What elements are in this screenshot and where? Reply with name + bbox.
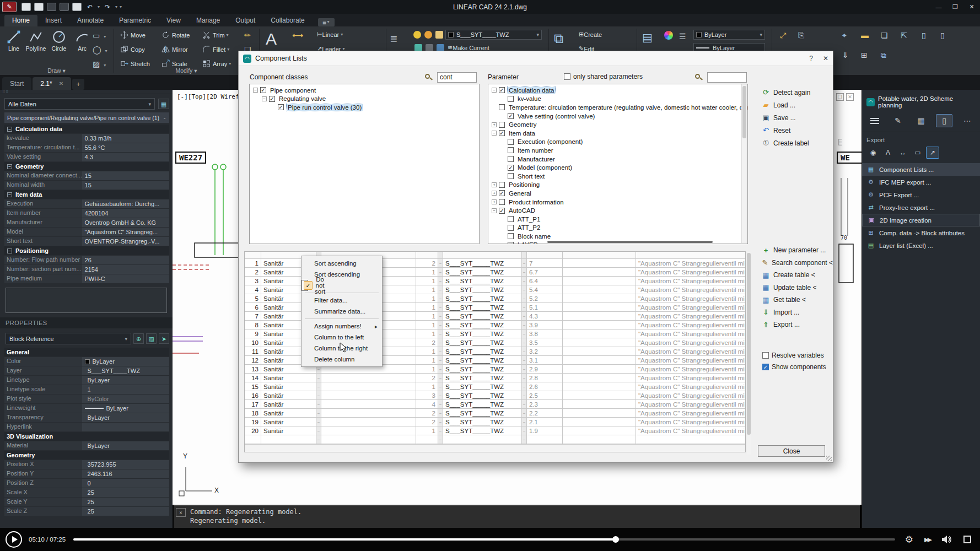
property-row[interactable]: Nominal diameter connect... 15: [4, 171, 169, 180]
property-row[interactable]: Valve setting 4.3: [4, 153, 169, 161]
close-window-button[interactable]: ✕: [963, 0, 980, 14]
data-filter-dropdown[interactable]: Alle Daten▾: [4, 98, 155, 110]
tree-item[interactable]: Valve setting (control valve): [492, 112, 747, 121]
dialog-button[interactable]: ▰ Load ...: [761, 99, 833, 111]
column-divider[interactable]: [438, 374, 443, 382]
property-row[interactable]: Lineweight ByLayer: [4, 404, 169, 413]
table-row[interactable]: 18 Sanitär 2 S___SYT_____TWZ 2.2 "Aquast…: [245, 409, 745, 418]
layer-lock-icon[interactable]: [435, 31, 443, 39]
column-divider[interactable]: [438, 294, 443, 302]
column-divider[interactable]: [316, 391, 321, 399]
array-button[interactable]: Array ▾: [202, 60, 231, 68]
redo-dropdown-icon[interactable]: ▾: [115, 4, 117, 9]
ellipse-tool-icon[interactable]: ◯ ▾: [93, 45, 107, 54]
modify-panel-label[interactable]: Modify ▾: [115, 67, 258, 74]
property-row[interactable]: Nominal width 15: [4, 181, 169, 190]
ribbon-extra-icon[interactable]: ▄ ▾: [318, 18, 335, 26]
dialog-close-button[interactable]: ✕: [823, 55, 828, 62]
dialog-button[interactable]: ⟳ Detect again: [761, 86, 833, 99]
column-divider[interactable]: [522, 338, 527, 347]
column-divider[interactable]: [316, 409, 321, 417]
tree-item[interactable]: Execution (component): [492, 138, 747, 147]
property-row[interactable]: Short text OVENTROP-Strangreg.-V...: [4, 237, 169, 246]
dimension-tool-icon[interactable]: ↔: [896, 147, 909, 159]
column-divider[interactable]: [522, 303, 527, 311]
parameter-search-input[interactable]: [707, 72, 747, 83]
app-logo-icon[interactable]: ✎: [2, 2, 17, 12]
tree-checkbox[interactable]: [508, 96, 514, 102]
more-options-icon[interactable]: ⋯: [959, 114, 976, 127]
line-button[interactable]: Line: [2, 30, 25, 52]
match-properties-icon[interactable]: ▤: [642, 31, 653, 44]
show-components-checkbox[interactable]: Show components: [762, 363, 826, 371]
dialog-titlebar[interactable]: ◠ Component Lists ? ✕: [239, 51, 833, 66]
table-row[interactable]: 20 Sanitär 1 S___SYT_____TWZ 1.9 "Aquast…: [245, 426, 745, 435]
property-row[interactable]: −Item data: [4, 190, 169, 199]
tree-checkbox[interactable]: [508, 225, 514, 231]
context-menu-item[interactable]: Summarize data...: [301, 306, 382, 317]
close-button[interactable]: Close: [758, 445, 825, 457]
property-row[interactable]: Geometry: [4, 451, 169, 460]
layer-properties-icon[interactable]: ≡: [390, 32, 397, 46]
tree-expander-icon[interactable]: −: [492, 131, 497, 136]
dialog-button[interactable]: ▦ Create table <: [761, 269, 833, 282]
column-divider[interactable]: [522, 382, 527, 391]
dialog-help-button[interactable]: ?: [809, 55, 813, 62]
measure-icon[interactable]: ⤢: [780, 31, 786, 40]
undo-icon[interactable]: ↶: [84, 3, 95, 11]
column-divider[interactable]: [522, 391, 527, 399]
property-row[interactable]: Position Y 2463.116: [4, 469, 169, 478]
tree-item[interactable]: Manufacturer: [492, 155, 747, 164]
trim-button[interactable]: Trim ▾: [202, 31, 229, 39]
export-list-item[interactable]: ⚙ IFC MEP export ...: [862, 176, 980, 188]
context-menu-item[interactable]: Sort ascending: [301, 258, 382, 269]
color-dropdown[interactable]: ByLayer ▾: [693, 30, 765, 40]
object-type-dropdown[interactable]: Block Reference▾: [6, 333, 131, 344]
ribbon-tab[interactable]: Collaborate: [263, 15, 312, 26]
column-divider[interactable]: [438, 356, 443, 364]
tree-item[interactable]: − Calculation data: [492, 86, 747, 95]
export-list-item[interactable]: ▦ Component Lists ...: [862, 163, 980, 176]
export-dwg-icon[interactable]: ⇓: [842, 51, 849, 60]
dialog-button[interactable]: ① Create label: [761, 137, 833, 149]
tree-checkbox[interactable]: [499, 208, 505, 214]
tree-item[interactable]: + Product information: [492, 198, 747, 207]
property-row[interactable]: −Positioning: [4, 246, 169, 255]
lineweight-list-icon[interactable]: ☰: [679, 32, 686, 41]
text-icon[interactable]: A: [266, 30, 277, 48]
paste-icon[interactable]: ⎘: [798, 31, 804, 40]
dialog-button[interactable]: ✎ Search component <: [761, 257, 833, 269]
column-divider[interactable]: [522, 277, 527, 285]
tree-checkbox[interactable]: [508, 139, 514, 145]
column-divider[interactable]: [438, 277, 443, 285]
copy-button[interactable]: Copy: [120, 45, 145, 53]
tree-checkbox[interactable]: [508, 165, 514, 171]
property-row[interactable]: −Calculation data: [4, 125, 169, 133]
new-file-icon[interactable]: [21, 3, 31, 11]
property-row[interactable]: Number: section part num... 2154: [4, 265, 169, 274]
property-row[interactable]: General: [4, 348, 169, 356]
ribbon-tab[interactable]: Manage: [189, 15, 228, 26]
column-divider[interactable]: [522, 268, 527, 276]
dialog-button[interactable]: ⇓ Import ...: [761, 306, 833, 319]
column-divider[interactable]: [316, 400, 321, 408]
fillet-button[interactable]: Fillet ▾: [202, 45, 229, 53]
parameter-tree-scrollbar[interactable]: [741, 84, 747, 243]
column-divider[interactable]: [522, 294, 527, 302]
move-button[interactable]: Move: [120, 31, 146, 39]
layer-on-icon[interactable]: [413, 31, 421, 39]
property-row[interactable]: kv-value 0.33 m3/h: [4, 134, 169, 143]
erase-icon[interactable]: ✏: [244, 31, 251, 40]
column-divider[interactable]: [438, 303, 443, 311]
dialog-button[interactable]: ↶ Reset: [761, 124, 833, 137]
dialog-button[interactable]: ⇑ Export ...: [761, 318, 833, 331]
tree-checkbox[interactable]: [508, 173, 514, 179]
tree-expander-icon[interactable]: +: [492, 182, 497, 187]
tree-expander-icon[interactable]: +: [492, 122, 497, 127]
column-divider[interactable]: [522, 329, 527, 338]
toggle-pickadd-icon[interactable]: ⊕: [133, 333, 144, 344]
property-row[interactable]: Plot style ByColor: [4, 395, 169, 403]
column-divider[interactable]: [522, 285, 527, 294]
column-divider[interactable]: [438, 365, 443, 373]
tree-item[interactable]: Block name: [492, 232, 747, 241]
